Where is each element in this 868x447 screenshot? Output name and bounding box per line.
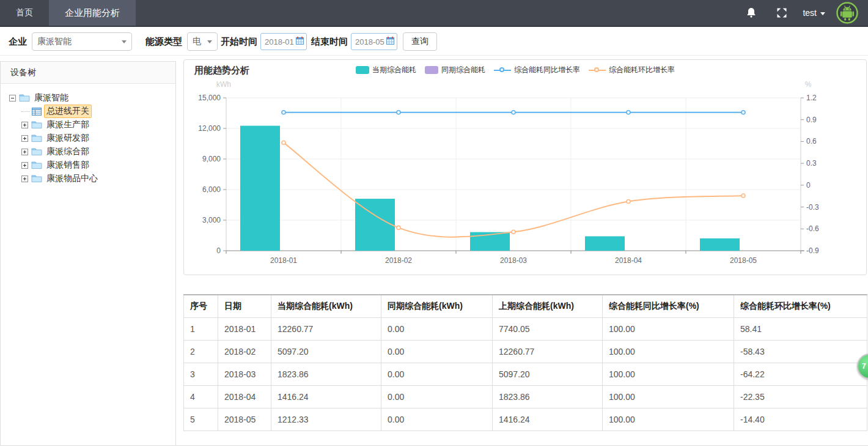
table-cell: 100.00: [603, 317, 734, 340]
table-header-cell: 日期: [218, 295, 271, 317]
query-button[interactable]: 查询: [403, 32, 437, 51]
bottom-divider: [0, 445, 868, 446]
table-header-cell: 综合能耗同比增长率(%): [603, 295, 734, 317]
svg-text:%: %: [805, 80, 812, 89]
table-cell: 0.00: [381, 317, 493, 340]
filter-bar: 企业 康派智能 能源类型 电 开始时间 2018-01 结束时间 2018-05: [0, 28, 868, 56]
table-header-cell: 序号: [184, 295, 218, 317]
table-row: 22018-025097.200.0012260.77100.00-58.43: [184, 340, 867, 363]
tree-expand-icon[interactable]: [21, 149, 28, 155]
svg-text:kWh: kWh: [216, 80, 231, 89]
table-cell: 100.00: [603, 408, 734, 430]
table-cell: 5: [184, 408, 218, 430]
energy-data-table: 序号日期当期综合能耗(kWh)同期综合能耗(kWh)上期综合能耗(kWh)综合能…: [183, 294, 867, 431]
enterprise-select[interactable]: 康派智能: [32, 32, 132, 51]
svg-text:2018-01: 2018-01: [270, 256, 297, 265]
tree-node-3[interactable]: 康派研发部: [21, 131, 175, 145]
svg-text:-0.9: -0.9: [806, 246, 819, 255]
table-header-cell: 综合能耗环比增长率(%): [734, 295, 867, 317]
calendar-icon[interactable]: [296, 37, 304, 46]
end-date-input[interactable]: 2018-05: [351, 33, 397, 50]
tree-node-label[interactable]: 康派研发部: [45, 132, 91, 144]
table-row: 32018-031823.860.005097.20100.00-64.22: [184, 363, 867, 385]
start-date-value: 2018-01: [265, 37, 294, 46]
table-cell: -22.35: [734, 385, 867, 408]
nav-tab-home[interactable]: 首页: [0, 0, 49, 26]
table-cell: 2018-04: [218, 385, 271, 408]
tree-node-label[interactable]: 康派物品中心: [45, 172, 100, 185]
folder-icon: [19, 94, 30, 102]
table-cell: 3: [184, 363, 218, 385]
table-cell: -14.40: [734, 408, 867, 430]
table-cell: 0.00: [381, 340, 493, 363]
table-cell: 1212.33: [271, 408, 381, 430]
tree-node-1[interactable]: 总进线开关: [21, 105, 175, 118]
svg-text:2018-05: 2018-05: [730, 256, 757, 265]
tree-node-root[interactable]: 康派智能: [9, 91, 175, 105]
table-cell: 0.00: [381, 385, 493, 408]
tree-node-6[interactable]: 康派物品中心: [21, 172, 175, 185]
table-cell: 1: [184, 317, 218, 340]
meter-icon: [32, 108, 42, 116]
energy-type-selected-value: 电: [193, 36, 201, 47]
chevron-down-icon: [207, 40, 212, 43]
svg-text:2018-02: 2018-02: [385, 256, 412, 265]
tree-collapse-icon[interactable]: [9, 95, 16, 102]
tree-expand-icon[interactable]: [21, 135, 28, 142]
svg-text:-0.6: -0.6: [806, 224, 819, 233]
table-cell: 2: [184, 340, 218, 363]
tree-node-label[interactable]: 康派销售部: [45, 159, 91, 171]
table-cell: 0.00: [381, 408, 493, 430]
energy-type-label: 能源类型: [145, 36, 182, 48]
table-header-cell: 当期综合能耗(kWh): [271, 295, 381, 317]
device-tree-title: 设备树: [1, 62, 175, 84]
tree-node-2[interactable]: 康派生产部: [21, 118, 175, 131]
energy-type-select[interactable]: 电: [187, 32, 218, 51]
end-date-value: 2018-05: [355, 37, 384, 46]
fullscreen-icon[interactable]: [776, 7, 788, 19]
user-menu[interactable]: test: [803, 8, 825, 18]
user-avatar-android-icon[interactable]: [836, 2, 858, 24]
table-cell: 2018-01: [218, 317, 271, 340]
table-row: 52018-051212.330.001416.24100.00-14.40: [184, 408, 867, 430]
start-date-input[interactable]: 2018-01: [260, 33, 307, 50]
enterprise-selected-value: 康派智能: [37, 36, 72, 47]
folder-icon: [31, 120, 42, 129]
table-cell: 100.00: [603, 340, 734, 363]
table-cell: 12260.77: [493, 340, 603, 363]
tree-node-5[interactable]: 康派销售部: [21, 158, 175, 172]
tree-node-label[interactable]: 康派生产部: [45, 119, 91, 131]
table-cell: 1823.86: [271, 363, 381, 385]
tree-node-label[interactable]: 康派智能: [32, 92, 70, 104]
table-cell: 100.00: [603, 385, 734, 408]
tree-expand-icon[interactable]: [21, 162, 28, 169]
energy-trend-chart: 03,0006,0009,00012,00015,000-0.9-0.6-0.3…: [184, 60, 866, 275]
tree-node-label[interactable]: 总进线开关: [44, 105, 92, 118]
svg-text:0: 0: [216, 246, 221, 255]
table-row: 42018-041416.240.001823.86100.00-22.35: [184, 385, 867, 408]
nav-tab-enterprise-energy-analysis[interactable]: 企业用能分析: [49, 0, 136, 26]
svg-text:6,000: 6,000: [202, 185, 221, 194]
svg-text:9,000: 9,000: [202, 155, 221, 163]
device-tree: 康派智能总进线开关康派生产部康派研发部康派综合部康派销售部康派物品中心: [1, 84, 175, 185]
table-cell: 12260.77: [271, 317, 381, 340]
chevron-down-icon: [820, 12, 825, 15]
folder-icon: [31, 161, 42, 169]
calendar-icon[interactable]: [386, 37, 394, 46]
table-cell: 5097.20: [493, 363, 603, 385]
table-cell: 100.00: [603, 363, 734, 385]
notification-bell-icon[interactable]: [745, 7, 757, 19]
tree-connector: [21, 111, 30, 112]
table-row: 12018-0112260.770.007740.05100.0058.41: [184, 317, 867, 340]
table-header-row: 序号日期当期综合能耗(kWh)同期综合能耗(kWh)上期综合能耗(kWh)综合能…: [184, 295, 867, 317]
navbar-right: test: [745, 0, 868, 26]
tree-node-4[interactable]: 康派综合部: [21, 145, 175, 158]
tree-node-label[interactable]: 康派综合部: [45, 146, 91, 158]
svg-text:3,000: 3,000: [202, 216, 221, 224]
table-cell: 4: [184, 385, 218, 408]
tree-expand-icon[interactable]: [21, 175, 28, 182]
svg-text:0: 0: [806, 181, 811, 190]
tree-expand-icon[interactable]: [21, 122, 28, 128]
svg-text:0.6: 0.6: [806, 137, 817, 146]
folder-icon: [31, 147, 42, 156]
